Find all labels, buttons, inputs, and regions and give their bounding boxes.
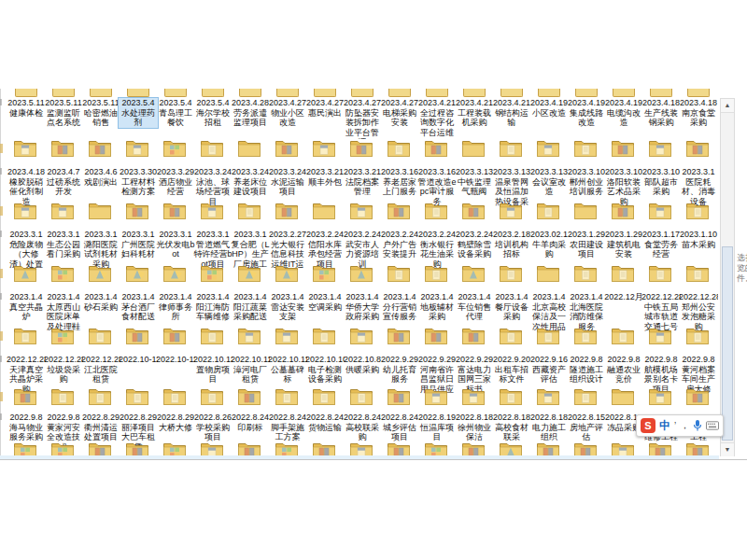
folder-icon-stub[interactable] — [164, 89, 187, 97]
folder-icon[interactable] — [424, 136, 448, 159]
folder-icon[interactable] — [312, 385, 336, 407]
ime-chinese-mode-icon[interactable]: 中 — [659, 418, 670, 434]
folder-label[interactable]: 2023.2.24鹤壁除雪设备采购 — [455, 230, 494, 259]
folder-icon[interactable] — [573, 136, 598, 159]
scrollbar-thumb[interactable] — [722, 246, 733, 441]
folder-icon[interactable] — [648, 261, 672, 284]
folder-icon[interactable] — [125, 136, 149, 159]
folder-label[interactable]: 2022.8.24城乡评估项目 — [380, 413, 419, 442]
folder-label[interactable]: 2023.3.30工程材料检测方案 — [119, 167, 158, 197]
folder-icon[interactable] — [50, 199, 75, 221]
ime-quote-icon[interactable]: ’ — [674, 421, 676, 431]
folder-icon[interactable] — [237, 324, 261, 346]
folder-icon[interactable] — [573, 261, 598, 284]
folder-label[interactable]: 2023.1.4华侨大学政府采购 — [343, 292, 382, 322]
folder-label[interactable]: 2023.3.21顺丰外包 — [305, 167, 345, 187]
folder-icon[interactable] — [685, 136, 710, 159]
folder-label[interactable]: 2022.8.24印刷标 — [231, 413, 270, 432]
folder-icon[interactable] — [237, 385, 261, 407]
scrollbar-down-icon[interactable]: ▼ — [721, 442, 734, 456]
scrollbar-up-icon[interactable]: ▲ — [721, 99, 734, 113]
folder-icon-stub[interactable] — [15, 89, 37, 97]
folder-icon[interactable] — [685, 385, 710, 407]
folder-icon-stub[interactable] — [90, 89, 112, 97]
folder-icon[interactable] — [611, 136, 635, 159]
folder-label[interactable]: 2022.8.24高校联采购 — [343, 413, 382, 442]
folder-icon[interactable] — [237, 439, 261, 456]
folder-icon[interactable] — [648, 324, 672, 346]
folder-icon[interactable] — [611, 439, 635, 456]
folder-icon[interactable] — [499, 324, 523, 346]
folder-icon[interactable] — [499, 261, 523, 284]
folder-icon[interactable] — [387, 199, 411, 221]
folder-label[interactable]: 2022.10.12置物房项目 — [193, 355, 233, 385]
folder-label[interactable]: 2022.12.28垃圾袋采购 — [44, 355, 83, 385]
folder-label[interactable]: 2022.10.11公墓墓碑标 — [268, 355, 307, 385]
folder-label[interactable]: 2022.9.8隧道施工组织设计 — [567, 355, 606, 385]
folder-icon[interactable] — [387, 261, 411, 284]
folder-icon[interactable] — [461, 136, 486, 159]
folder-label[interactable]: 2023.3.10郴州创业培训服务 — [567, 167, 606, 197]
folder-icon[interactable] — [275, 385, 299, 407]
folder-icon[interactable] — [88, 385, 112, 407]
folder-icon[interactable] — [13, 385, 37, 407]
folder-label[interactable]: 2022.10.10电子检测设备采购 — [305, 355, 345, 385]
folder-icon[interactable] — [461, 324, 486, 346]
folder-icon[interactable] — [349, 136, 374, 159]
folder-icon-stub[interactable] — [426, 89, 448, 97]
folder-icon[interactable] — [461, 199, 486, 221]
folder-label[interactable]: 2022.8.24货物运输 — [305, 413, 345, 432]
folder-icon[interactable] — [461, 261, 486, 284]
folder-icon[interactable] — [424, 385, 448, 407]
folder-icon[interactable] — [349, 324, 374, 346]
folder-label[interactable]: 2023.4.19集成线路改造 — [567, 98, 606, 128]
sogou-logo-icon[interactable]: S — [641, 418, 655, 433]
folder-icon[interactable] — [275, 324, 299, 346]
folder-icon[interactable] — [611, 385, 635, 407]
folder-label[interactable]: 2023.1.4砂石采购 — [81, 292, 120, 312]
folder-icon[interactable] — [349, 261, 374, 284]
folder-icon[interactable] — [499, 199, 523, 221]
folder-label[interactable]: 2023.4.6戏剧演出 — [81, 167, 120, 187]
folder-label[interactable]: 2023.5.11哈密燃油销售 — [81, 98, 120, 128]
folder-icon[interactable] — [275, 199, 299, 221]
folder-label[interactable]: 2022.10-11 — [156, 355, 195, 365]
folder-label[interactable]: 2023.1.4地板辅材采购 — [417, 292, 457, 322]
folder-label[interactable]: 2022.8.18徐州物业保洁 — [455, 413, 494, 442]
folder-icon-stub[interactable] — [52, 89, 75, 97]
folder-icon-stub[interactable] — [463, 89, 486, 97]
folder-label[interactable]: 2023.1.4律师事务所 — [156, 292, 195, 322]
folder-label[interactable]: 2022.8.19恒温库项目 — [417, 413, 457, 442]
folder-icon-stub[interactable] — [388, 89, 411, 97]
folder-label[interactable]: 2022.12.28江北医院租赁 — [81, 355, 120, 385]
folder-icon[interactable] — [312, 136, 336, 159]
folder-label[interactable]: 2023.1.4餐厅设备采购 — [492, 292, 531, 322]
folder-icon[interactable] — [50, 439, 75, 456]
folder-icon[interactable] — [611, 199, 635, 221]
folder-label[interactable]: 2023.1.4真空共晶炉 — [7, 292, 46, 322]
folder-icon[interactable] — [88, 439, 112, 456]
folder-label[interactable]: 2023.3.13会议室改造 — [529, 167, 569, 197]
folder-label[interactable]: 2023.4.27防坠器安装拆卸作业平台管理 — [343, 98, 382, 139]
folder-label[interactable]: 2023.4.27电梯采购安装 — [380, 98, 419, 128]
folder-label[interactable]: 2022.10.11漳河电厂租赁 — [231, 355, 270, 385]
folder-label[interactable]: 2023.1.4阳江蔬菜采购配送 — [231, 292, 270, 322]
folder-icon-stub[interactable] — [276, 89, 299, 97]
folder-icon[interactable] — [536, 324, 560, 346]
folder-icon-stub[interactable] — [687, 89, 710, 97]
folder-label[interactable]: 2023.4.7过磅系统开发 — [44, 167, 83, 197]
folder-icon[interactable] — [125, 385, 149, 407]
folder-icon[interactable] — [349, 199, 374, 221]
folder-icon[interactable] — [13, 136, 37, 159]
folder-icon[interactable] — [162, 324, 187, 346]
folder-icon[interactable] — [573, 199, 598, 221]
folder-icon[interactable] — [13, 439, 37, 456]
folder-label[interactable]: 2022.9.20出租车招标文件 — [492, 355, 531, 385]
folder-icon[interactable] — [499, 385, 523, 407]
folder-icon[interactable] — [536, 385, 560, 407]
folder-label[interactable]: 2022.8.18电力施工组织 — [529, 413, 569, 442]
folder-label[interactable]: 2023.5.11健康体检 — [7, 98, 46, 118]
folder-icon[interactable] — [499, 136, 523, 159]
folder-icon[interactable] — [88, 261, 112, 284]
folder-icon[interactable] — [162, 261, 187, 284]
